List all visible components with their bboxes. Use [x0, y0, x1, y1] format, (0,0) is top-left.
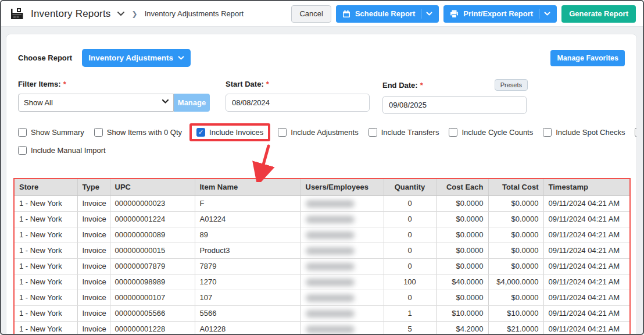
checkbox-include-adjustments[interactable]: Include Adjustments	[278, 128, 358, 137]
checkbox-include-cycle-counts[interactable]: Include Cycle Counts	[449, 128, 533, 137]
cell-type: Invoice	[77, 274, 110, 290]
table-row: 1 - New YorkInvoice000000001224A012240$0…	[15, 211, 629, 227]
checkbox-checked-icon[interactable]	[196, 128, 205, 137]
cell-store: 1 - New York	[15, 274, 77, 290]
checkbox-unchecked-icon[interactable]	[278, 128, 287, 137]
cell-total-cost: $21.0000	[488, 321, 543, 335]
column-header-timestamp: Timestamp	[543, 179, 629, 195]
breadcrumb-separator-icon: ❯	[132, 10, 138, 18]
cell-timestamp: 09/11/2024 04:21 AM	[543, 305, 629, 321]
cell-timestamp: 09/11/2024 04:21 AM	[543, 243, 629, 258]
checkbox-label: Include Manual Import	[31, 146, 106, 155]
cell-cost-each: $0.0000	[436, 195, 488, 211]
checkbox-unchecked-icon[interactable]	[18, 146, 27, 155]
cell-upc: 000000001224	[110, 211, 195, 227]
cell-item-name: A01228	[195, 321, 300, 335]
cell-quantity: 0	[384, 211, 436, 227]
column-header-upc: UPC	[110, 179, 195, 195]
cell-type: Invoice	[77, 290, 110, 305]
cell-upc: 000000000089	[110, 227, 195, 243]
cell-users-employees	[300, 195, 384, 211]
checkbox-unchecked-icon[interactable]	[18, 128, 27, 137]
table-row: 1 - New YorkInvoice000000000015Product30…	[15, 243, 629, 258]
cell-users-employees	[300, 305, 384, 321]
cell-timestamp: 09/11/2024 04:21 AM	[543, 274, 629, 290]
cell-quantity: 0	[384, 290, 436, 305]
users-employees-redacted-value	[306, 263, 355, 270]
users-employees-redacted-value	[306, 200, 355, 208]
start-date-label: Start Date:	[226, 80, 264, 88]
table-row: 1 - New YorkInvoice0000000989891270100$4…	[15, 274, 629, 290]
report-builder-panel: Choose Report Inventory Adjustments Mana…	[6, 34, 637, 335]
schedule-report-button[interactable]: Schedule Report	[336, 5, 439, 23]
cell-total-cost: $0.0000	[488, 195, 543, 211]
checkbox-row-2: Include Manual Import	[18, 143, 625, 157]
checkbox-label: Include Transfers	[381, 128, 439, 137]
report-type-selected: Inventory Adjustments	[88, 54, 173, 62]
checkbox-include-transfers[interactable]: Include Transfers	[368, 128, 439, 137]
checkbox-include-invoices[interactable]: Include Invoices	[196, 128, 263, 137]
checkbox-unchecked-icon[interactable]	[94, 128, 103, 137]
cell-total-cost: $0.0000	[488, 258, 543, 274]
required-asterisk: *	[63, 80, 66, 88]
cell-users-employees	[300, 258, 384, 274]
table-row: 1 - New YorkInvoice00000000556655661$10.…	[15, 305, 629, 321]
cell-timestamp: 09/11/2024 04:21 AM	[543, 290, 629, 305]
presets-button[interactable]: Presets	[495, 79, 528, 91]
cell-store: 1 - New York	[15, 211, 77, 227]
checkbox-show-items-with-0-qty[interactable]: Show Items with 0 Qty	[94, 128, 182, 137]
filter-items-label: Filter Items:	[18, 80, 61, 88]
cell-quantity: 0	[384, 195, 436, 211]
checkbox-unchecked-icon[interactable]	[449, 128, 457, 137]
printer-icon	[450, 10, 459, 18]
manage-favorites-button[interactable]: Manage Favorites	[550, 50, 625, 66]
red-highlight-annotation: Include Invoices	[189, 123, 270, 141]
page-title: Inventory Reports	[31, 8, 111, 20]
users-employees-redacted-value	[306, 294, 355, 302]
choose-report-label: Choose Report	[18, 54, 72, 62]
cell-total-cost: $0.0000	[488, 290, 543, 305]
print-export-report-button[interactable]: Print/Export Report	[443, 5, 557, 23]
checkbox-include-waste[interactable]: Include Waste	[635, 128, 637, 137]
users-employees-redacted-value	[306, 247, 355, 255]
breadcrumb: Inventory Adjustments Report	[145, 9, 244, 18]
cell-store: 1 - New York	[15, 321, 77, 335]
checkbox-include-spot-checks[interactable]: Include Spot Checks	[543, 128, 625, 137]
cell-quantity: 0	[384, 258, 436, 274]
users-employees-redacted-value	[306, 326, 355, 333]
generate-report-button[interactable]: Generate Report	[561, 5, 636, 23]
filter-items-select[interactable]: Show All	[18, 94, 174, 112]
checkbox-unchecked-icon[interactable]	[635, 128, 637, 137]
cell-type: Invoice	[77, 211, 110, 227]
cell-type: Invoice	[77, 243, 110, 258]
table-row: 1 - New YorkInvoice000000000089890$0.000…	[15, 227, 629, 243]
column-header-type: Type	[77, 179, 110, 195]
report-options-checkboxes: Show SummaryShow Items with 0 QtyInclude…	[6, 114, 636, 157]
cell-type: Invoice	[77, 258, 110, 274]
end-date-input[interactable]	[382, 96, 527, 114]
table-row: 1 - New YorkInvoice000000000023F0$0.0000…	[15, 195, 629, 211]
checkbox-label: Include Adjustments	[291, 128, 358, 137]
start-date-input[interactable]	[226, 94, 370, 112]
cell-cost-each: $0.0000	[436, 258, 488, 274]
cell-timestamp: 09/11/2024 04:21 AM	[543, 211, 629, 227]
checkbox-show-summary[interactable]: Show Summary	[18, 128, 84, 137]
schedule-chevron-down-icon[interactable]	[426, 9, 432, 18]
cell-quantity: 5	[384, 321, 436, 335]
report-type-dropdown[interactable]: Inventory Adjustments	[82, 49, 191, 67]
print-export-report-label: Print/Export Report	[463, 9, 533, 18]
cancel-button[interactable]: Cancel	[291, 5, 331, 23]
cell-upc: 000000000107	[110, 290, 195, 305]
manage-filter-button[interactable]: Manage	[174, 94, 210, 112]
checkbox-include-manual-import[interactable]: Include Manual Import	[18, 146, 106, 155]
required-asterisk: *	[266, 80, 269, 88]
users-employees-redacted-value	[306, 216, 355, 223]
column-header-users-employees: Users/Employees	[300, 179, 384, 195]
checkbox-unchecked-icon[interactable]	[543, 128, 552, 137]
title-chevron-down-icon[interactable]	[117, 11, 125, 16]
print-export-chevron-down-icon[interactable]	[544, 9, 550, 18]
checkbox-unchecked-icon[interactable]	[368, 128, 377, 137]
cell-quantity: 100	[384, 274, 436, 290]
app-window: Inventory Reports ❯ Inventory Adjustment…	[0, 0, 644, 335]
cell-item-name: 89	[195, 227, 300, 243]
